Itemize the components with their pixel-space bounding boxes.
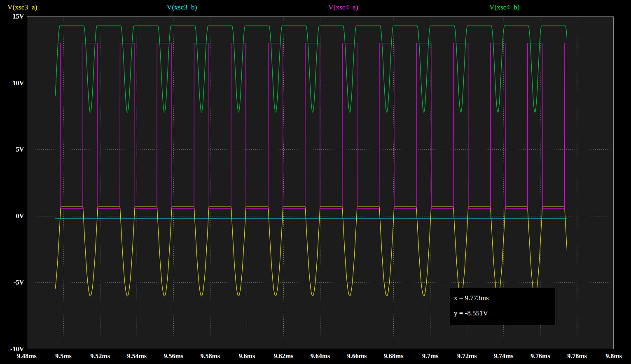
y-axis-tick-label: 5V xyxy=(0,145,24,154)
cursor-readout-box: x = 9.773ms y = -8.551V xyxy=(450,288,556,325)
trace-legend-label[interactable]: V(xsc3_a) xyxy=(7,3,37,12)
x-axis-tick-label: 9.68ms xyxy=(384,352,404,360)
x-axis-tick-label: 9.58ms xyxy=(201,352,220,360)
x-axis-tick-label: 9.72ms xyxy=(457,352,477,360)
y-axis-tick-label: -5V xyxy=(0,278,24,287)
x-axis-tick-label: 9.62ms xyxy=(274,352,294,360)
x-axis-tick-label: 9.6ms xyxy=(239,352,255,360)
cursor-y-readout: y = -8.551V xyxy=(454,309,556,317)
y-axis-tick-label: 0V xyxy=(0,212,24,220)
cursor-x-readout: x = 9.773ms xyxy=(454,294,556,302)
y-axis-tick-label: 15V xyxy=(0,12,24,21)
x-axis-tick-label: 9.54ms xyxy=(127,352,147,360)
trace-legend-label[interactable]: V(xsc3_b) xyxy=(167,3,197,12)
x-axis-tick-label: 9.66ms xyxy=(347,352,367,360)
trace-legend-label[interactable]: V(xsc4_a) xyxy=(328,3,358,12)
trace-V(xsc4_a) xyxy=(55,43,567,209)
x-axis-tick-label: 9.56ms xyxy=(164,352,183,360)
waveform-viewer-window: V(xsc3_a)V(xsc3_b)V(xsc4_a)V(xsc4_b) x =… xyxy=(0,0,631,364)
x-axis-tick-label: 9.64ms xyxy=(311,352,330,360)
plot-area[interactable]: x = 9.773ms y = -8.551V xyxy=(27,16,614,349)
x-axis-tick-label: 9.7ms xyxy=(422,352,439,360)
x-axis-tick-label: 9.74ms xyxy=(494,352,514,360)
trace-legend-label[interactable]: V(xsc4_b) xyxy=(489,3,520,12)
x-axis-tick-label: 9.8ms xyxy=(605,352,622,360)
x-axis-tick-label: 9.76ms xyxy=(531,352,550,360)
x-axis-tick-label: 9.52ms xyxy=(90,352,110,360)
x-axis-tick-label: 9.5ms xyxy=(55,352,72,360)
x-axis-tick-label: 9.48ms xyxy=(17,352,37,360)
x-axis-tick-label: 9.78ms xyxy=(567,352,587,360)
y-axis-tick-label: 10V xyxy=(0,79,24,87)
